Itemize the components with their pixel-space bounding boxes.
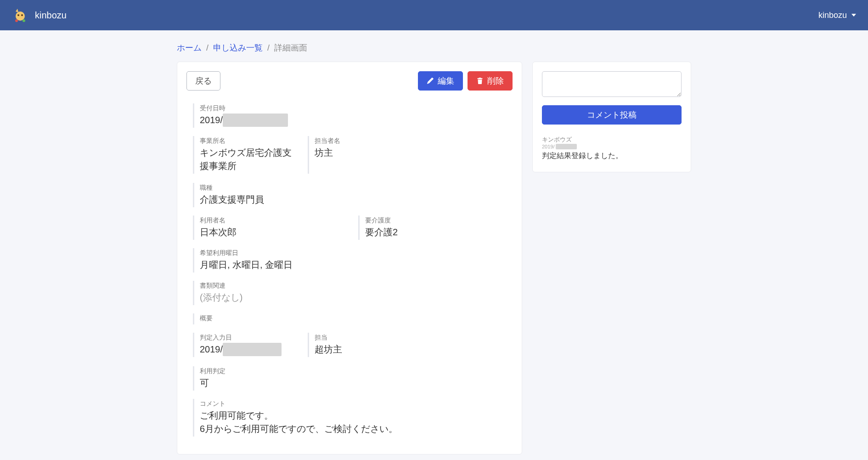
field-label: 希望利用曜日 bbox=[200, 249, 513, 257]
field-value: キンボウズ居宅介護支援事業所 bbox=[200, 146, 299, 173]
field-received-at: 受付日時 2019/██████████ bbox=[193, 103, 513, 128]
navbar-brand-group[interactable]: kinbozu bbox=[12, 7, 67, 23]
edit-button[interactable]: 編集 bbox=[418, 71, 463, 91]
redacted-text: ██████ bbox=[556, 144, 577, 149]
field-docs: 書類関連 (添付なし) bbox=[193, 281, 513, 305]
field-judge-date: 判定入力日 2019/█████████ bbox=[193, 333, 299, 357]
svg-point-4 bbox=[23, 19, 25, 22]
field-label: 利用判定 bbox=[200, 367, 299, 375]
field-assignee: 担当 超坊主 bbox=[308, 333, 413, 357]
field-care-level: 要介護度 要介護2 bbox=[358, 216, 459, 240]
field-judgement: 利用判定 可 bbox=[193, 366, 299, 391]
field-job: 職種 介護支援専門員 bbox=[193, 183, 299, 207]
field-value: 要介護2 bbox=[365, 226, 459, 239]
field-comment: コメント ご利用可能です。 6月からご利用可能ですので、ご検討ください。 bbox=[193, 399, 513, 437]
field-label: コメント bbox=[200, 400, 513, 408]
delete-button[interactable]: 削除 bbox=[468, 71, 513, 91]
navbar: kinbozu kinbozu bbox=[0, 0, 868, 30]
field-office: 事業所名 キンボウズ居宅介護支援事業所 bbox=[193, 136, 299, 174]
field-value: 坊主 bbox=[315, 146, 413, 159]
field-label: 判定入力日 bbox=[200, 334, 299, 342]
field-value: ご利用可能です。 6月からご利用可能ですので、ご検討ください。 bbox=[200, 409, 513, 436]
field-value: 2019/██████████ bbox=[200, 114, 513, 127]
field-value: 月曜日, 水曜日, 金曜日 bbox=[200, 258, 513, 272]
edit-button-label: 編集 bbox=[438, 75, 454, 86]
user-menu-label: kinbozu bbox=[818, 11, 847, 20]
detail-toolbar: 戻る 編集 削除 bbox=[186, 71, 513, 91]
field-label: 職種 bbox=[200, 184, 299, 192]
field-value: 可 bbox=[200, 376, 299, 390]
field-person: 担当者名 坊主 bbox=[308, 136, 413, 174]
svg-point-0 bbox=[16, 11, 25, 21]
field-value: 日本次郎 bbox=[200, 226, 349, 239]
field-label: 要介護度 bbox=[365, 216, 459, 225]
back-button[interactable]: 戻る bbox=[186, 71, 220, 91]
field-value: 2019/█████████ bbox=[200, 343, 299, 356]
comment-body: 判定結果登録しました。 bbox=[542, 151, 682, 161]
comment-submit-button[interactable]: コメント投稿 bbox=[542, 105, 682, 125]
field-desired-days: 希望利用曜日 月曜日, 水曜日, 金曜日 bbox=[193, 248, 513, 273]
field-label: 利用者名 bbox=[200, 216, 349, 225]
field-user-name: 利用者名 日本次郎 bbox=[193, 216, 349, 240]
field-value: 介護支援専門員 bbox=[200, 193, 299, 206]
chevron-down-icon bbox=[851, 14, 856, 17]
brand-text: kinbozu bbox=[35, 10, 67, 21]
breadcrumb-list[interactable]: 申し込み一覧 bbox=[213, 42, 263, 53]
field-label: 事業所名 bbox=[200, 137, 299, 145]
comment-author: キンボウズ bbox=[542, 136, 682, 144]
trash-icon bbox=[476, 77, 484, 85]
field-label: 書類関連 bbox=[200, 282, 513, 290]
field-label: 担当 bbox=[315, 334, 413, 342]
comment-date: 2019/██████ bbox=[542, 144, 682, 149]
svg-point-1 bbox=[17, 14, 19, 16]
field-label: 概要 bbox=[200, 314, 513, 323]
edit-icon bbox=[427, 77, 434, 85]
field-overview: 概要 bbox=[193, 313, 513, 324]
breadcrumb-separator: / bbox=[267, 43, 270, 53]
brand-logo-icon bbox=[12, 7, 28, 23]
delete-button-label: 削除 bbox=[487, 75, 504, 86]
breadcrumb: ホーム / 申し込み一覧 / 詳細画面 bbox=[177, 40, 691, 62]
field-value: 超坊主 bbox=[315, 343, 413, 356]
comment-item: キンボウズ 2019/██████ 判定結果登録しました。 bbox=[542, 136, 682, 161]
redacted-text: █████████ bbox=[223, 343, 282, 356]
field-value: (添付なし) bbox=[200, 291, 513, 304]
field-label: 受付日時 bbox=[200, 104, 513, 113]
svg-point-2 bbox=[21, 14, 23, 16]
svg-point-3 bbox=[15, 19, 18, 22]
redacted-text: ██████████ bbox=[223, 114, 288, 127]
field-label: 担当者名 bbox=[315, 137, 413, 145]
breadcrumb-home[interactable]: ホーム bbox=[177, 42, 202, 53]
breadcrumb-separator: / bbox=[206, 43, 209, 53]
breadcrumb-current: 詳細画面 bbox=[274, 42, 307, 53]
comment-panel: コメント投稿 キンボウズ 2019/██████ 判定結果登録しました。 bbox=[532, 62, 691, 172]
user-menu[interactable]: kinbozu bbox=[818, 11, 856, 20]
detail-card: 戻る 編集 削除 bbox=[177, 62, 522, 454]
comment-input[interactable] bbox=[542, 71, 682, 97]
